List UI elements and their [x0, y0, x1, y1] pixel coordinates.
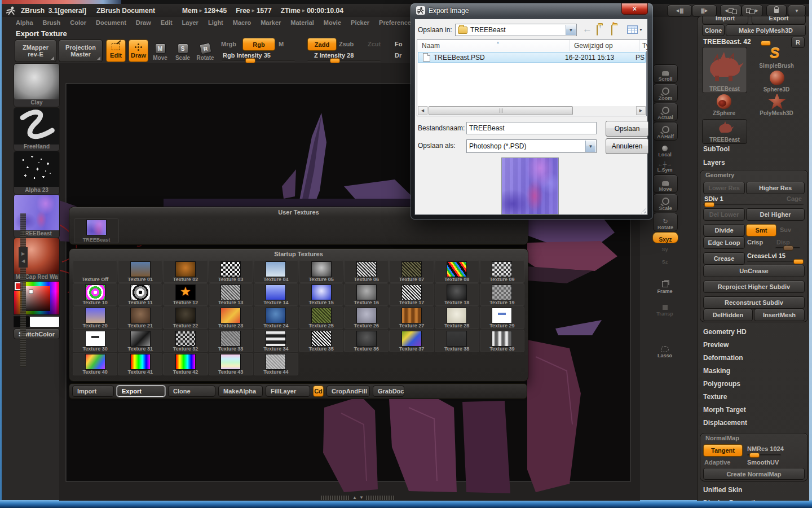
filename-input[interactable]: TREEBeast	[466, 122, 597, 134]
section-subtool[interactable]: SubTool	[703, 145, 730, 153]
reproject-higher-subdiv-button[interactable]: Reproject Higher Subdiv	[703, 281, 805, 293]
canvas-tool-l-sym[interactable]: ←┼→L.Sym	[653, 161, 677, 173]
texture-item-texture-34[interactable]: Texture 34	[254, 330, 298, 352]
save-button[interactable]: Opslaan	[606, 121, 648, 137]
tool-item-sphere3d[interactable]: Sphere3D	[748, 71, 805, 93]
lock-icon[interactable]	[766, 5, 787, 17]
tangent-toggle[interactable]: Tangent	[703, 444, 743, 457]
cage-toggle[interactable]: Cage	[787, 195, 802, 202]
combo-dropdown-icon[interactable]: ▼	[566, 25, 576, 35]
user-texture-item[interactable]: TREEBeast	[74, 218, 119, 243]
dialog-close-button[interactable]: ×	[621, 3, 648, 15]
disp-slider[interactable]	[775, 247, 800, 249]
scroll-left-icon[interactable]: ◀	[418, 106, 427, 115]
texture-item-texture-18[interactable]: Texture 18	[435, 283, 479, 306]
texture-item-texture-33[interactable]: Texture 33	[209, 330, 253, 352]
texture-item-texture-29[interactable]: Texture 29	[480, 306, 524, 329]
horizontal-scrollbar[interactable]: ◀ ▶	[418, 106, 646, 115]
canvas-tool-lasso[interactable]: Lasso	[653, 342, 677, 359]
canvas-tool-frame[interactable]: Frame	[653, 275, 677, 295]
menu-alpha[interactable]: Alpha	[16, 19, 33, 26]
z-intensity-slider[interactable]	[307, 60, 381, 62]
texture-item-texture-27[interactable]: Texture 27	[389, 306, 434, 329]
scroll-palettes-left-button[interactable]: ◀||||	[667, 5, 692, 17]
texture-item-texture-16[interactable]: Texture 16	[344, 283, 389, 306]
new-folder-icon[interactable]: *	[611, 25, 612, 36]
texture-item-texture-21[interactable]: Texture 21	[118, 306, 162, 329]
rgb-intensity-slider[interactable]	[222, 60, 295, 62]
texture-item-texture-36[interactable]: Texture 36	[344, 330, 389, 352]
crease-lvl-slider-label[interactable]: CreaseLvl 15	[747, 252, 785, 259]
texture-item-texture-41[interactable]: Texture 41	[118, 353, 162, 375]
texture-item-texture-35[interactable]: Texture 35	[299, 330, 343, 352]
section-texture[interactable]: Texture	[703, 393, 727, 401]
texture-item-texture-03[interactable]: Texture 03	[209, 260, 253, 283]
section-layers[interactable]: Layers	[703, 159, 725, 167]
crease-button[interactable]: Crease	[703, 252, 745, 265]
crease-lvl-thumb[interactable]	[793, 259, 804, 264]
lower-res-button[interactable]: Lower Res	[703, 182, 745, 194]
menu-marker[interactable]: Marker	[261, 19, 281, 26]
section-preview[interactable]: Preview	[703, 341, 729, 349]
draw-size-label-cut[interactable]: Dr	[395, 52, 401, 59]
menu-material[interactable]: Material	[290, 19, 314, 26]
clone-button[interactable]: Clone	[168, 386, 215, 397]
menu-picker[interactable]: Picker	[351, 19, 369, 26]
cancel-button[interactable]: Annuleren	[606, 138, 648, 154]
texture-item-texture-38[interactable]: Texture 38	[435, 330, 479, 352]
texture-item-texture-17[interactable]: Texture 17	[389, 283, 434, 306]
file-row-selected[interactable]: TREEBeast.PSD 16-2-2011 15:13 PS	[418, 52, 646, 63]
canvas-tool-move[interactable]: Move	[653, 174, 678, 193]
tool-item-polymesh3d[interactable]: PolyMesh3D	[748, 94, 805, 117]
divider-up-icon[interactable]: ▲	[352, 496, 357, 500]
file-list[interactable]: Naam ▲ Gewijzigd op Ty TREEBeast.PSD 16-…	[417, 40, 647, 116]
tool-item-treebeast-small[interactable]: TREEBeast	[702, 119, 747, 144]
menu-edit[interactable]: Edit	[161, 19, 173, 26]
texture-item-texture-15[interactable]: Texture 15	[299, 283, 343, 306]
canvas-tool-local[interactable]: Local	[653, 142, 677, 158]
texture-item-texture-11[interactable]: Texture 11	[118, 283, 162, 306]
divide-button[interactable]: Divide	[703, 224, 745, 237]
canvas-tool-sz[interactable]: Sz	[653, 257, 677, 265]
texture-item-texture-08[interactable]: Texture 08	[435, 260, 479, 283]
texture-item-texture-13[interactable]: Texture 13	[209, 283, 253, 306]
texture-item-texture-10[interactable]: Texture 10	[73, 283, 117, 306]
saveas-select[interactable]: Photoshop (*.PSD) ▼	[466, 139, 597, 153]
cd-button[interactable]: Cd	[313, 386, 324, 397]
rotate-mode-button[interactable]: R Rotate	[195, 40, 215, 61]
back-arrow-icon[interactable]: ←	[582, 24, 592, 35]
canvas-tool-actual[interactable]: Actual	[653, 103, 678, 121]
menu-document[interactable]: Document	[96, 19, 126, 26]
texture-item-texture-28[interactable]: Texture 28	[435, 306, 479, 329]
texture-item-texture-22[interactable]: Texture 22	[163, 306, 208, 329]
z-intensity-thumb[interactable]	[330, 58, 340, 63]
texture-item-texture-43[interactable]: Texture 43	[209, 353, 253, 375]
minimize-button[interactable]: ▼	[788, 5, 806, 17]
canvas-tool-transp[interactable]: Transp	[653, 303, 677, 317]
edge-loop-button[interactable]: Edge Loop	[703, 237, 745, 249]
canvas-bottom-divider[interactable]: ▲ ▼	[316, 494, 400, 501]
section-polygroups[interactable]: Polygroups	[703, 380, 740, 388]
smt-toggle[interactable]: Smt	[746, 224, 776, 237]
tool-export-button[interactable]: Export	[752, 16, 806, 24]
make-polymesh3d-button[interactable]: Make PolyMesh3D	[726, 24, 806, 36]
higher-res-button[interactable]: Higher Res	[746, 182, 805, 194]
texture-item-texture-37[interactable]: Texture 37	[389, 330, 434, 352]
del-higher-button[interactable]: Del Higher	[746, 208, 805, 221]
texture-item-texture-19[interactable]: Texture 19	[480, 283, 524, 306]
next-document-button[interactable]: ▶	[742, 5, 763, 17]
alpha-selector[interactable]: Alpha 23	[14, 151, 60, 195]
menu-layer[interactable]: Layer	[182, 19, 198, 26]
menu-color[interactable]: Color	[70, 19, 86, 26]
edit-mode-button[interactable]: Edit	[106, 40, 126, 62]
rgb-intensity-thumb[interactable]	[245, 58, 255, 63]
menu-light[interactable]: Light	[208, 19, 223, 26]
nmres-slider-label[interactable]: NMRes 1024	[747, 445, 784, 452]
crisp-toggle[interactable]: Crisp	[747, 239, 763, 246]
disp-slider-thumb[interactable]	[783, 246, 793, 251]
section-masking[interactable]: Masking	[703, 367, 730, 375]
texture-item-texture-26[interactable]: Texture 26	[344, 306, 389, 329]
suv-toggle[interactable]: Suv	[780, 226, 791, 233]
m-toggle[interactable]: M	[279, 41, 284, 47]
up-one-level-icon[interactable]: ↑	[597, 25, 598, 36]
